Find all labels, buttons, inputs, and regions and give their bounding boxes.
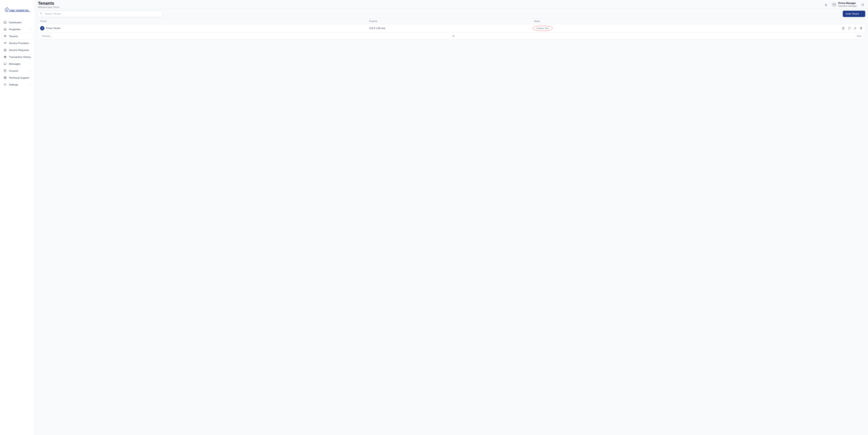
row-actions xyxy=(699,26,863,30)
tenants-icon xyxy=(3,34,7,38)
content: Invite Tenant Tenant Property Status Pri… xyxy=(35,9,868,41)
svg-rect-0 xyxy=(6,10,7,12)
refresh-icon xyxy=(848,27,851,30)
svg-marker-10 xyxy=(4,49,6,50)
sidebar-item-technical-support[interactable]: Technical Support xyxy=(2,74,33,81)
col-tenant-header: Tenant xyxy=(40,20,369,22)
invite-tenant-label: Invite Tenant xyxy=(845,12,859,15)
top-actions: PM Prince Manager Operation Manager xyxy=(823,2,865,7)
next-button[interactable]: Next xyxy=(855,34,864,38)
svg-rect-19 xyxy=(4,69,6,72)
chevron-right-icon xyxy=(860,12,863,15)
tenants-table: Tenant Property Status Prince Tenant 315… xyxy=(38,18,865,39)
pencil-icon xyxy=(854,27,857,30)
sidebar-item-dashboard[interactable]: Dashboard xyxy=(2,19,33,26)
property-cell: 315 E 12th Ave xyxy=(369,27,534,30)
support-icon xyxy=(3,76,7,80)
sidebar-item-label: Technical Support xyxy=(9,76,32,79)
user-role: Operation Manager xyxy=(838,5,857,7)
layers-icon xyxy=(3,48,7,52)
sidebar-item-label: Transaction History xyxy=(9,56,32,58)
chevron-down-icon xyxy=(29,83,32,86)
status-badge: Invitation Sent xyxy=(534,27,551,30)
table-row: Prince Tenant 315 E 12th Ave Invitation … xyxy=(38,24,865,33)
user-text: Prince Manager Operation Manager xyxy=(838,2,857,7)
search-input[interactable] xyxy=(38,11,162,17)
table-footer: Previous 1/1 Next xyxy=(38,33,865,39)
sidebar-item-label: Settings xyxy=(9,83,27,86)
table-header: Tenant Property Status xyxy=(38,18,865,24)
topbar: Tenants Welcome back, Prince PM Prince M… xyxy=(35,0,868,9)
title-area: Tenants Welcome back, Prince xyxy=(38,1,823,8)
user-name: Prince Manager xyxy=(838,2,857,5)
previous-button[interactable]: Previous xyxy=(40,34,53,38)
gear-icon xyxy=(3,83,7,86)
bank-icon xyxy=(3,55,7,59)
svg-text:OME TRUMPETER: OME TRUMPETER xyxy=(10,9,29,12)
svg-line-32 xyxy=(42,14,42,14)
page-subtitle: Welcome back, Prince xyxy=(38,6,823,8)
main: Tenants Welcome back, Prince PM Prince M… xyxy=(35,0,868,435)
svg-rect-7 xyxy=(5,29,5,30)
tenant-name: Prince Tenant xyxy=(46,27,60,30)
sidebar-item-settings[interactable]: Settings xyxy=(2,81,33,88)
toolbar: Invite Tenant xyxy=(38,11,865,17)
trash-icon xyxy=(860,27,863,30)
sidebar-item-label: Account xyxy=(9,69,27,72)
svg-point-33 xyxy=(42,27,43,28)
chevron-down-icon xyxy=(29,62,32,65)
tenant-cell[interactable]: Prince Tenant xyxy=(40,26,369,30)
avatar: PM xyxy=(832,2,837,7)
message-icon xyxy=(3,62,7,65)
sidebar-item-tenants[interactable]: Tenants xyxy=(2,33,33,39)
sidebar-item-account[interactable]: Account xyxy=(2,67,33,74)
sidebar-item-label: Properties xyxy=(9,28,27,31)
sidebar-item-transaction-history[interactable]: Transaction History xyxy=(2,54,33,60)
document-icon xyxy=(842,27,845,30)
status-cell: Invitation Sent xyxy=(534,27,699,30)
sidebar-item-label: Service Providers xyxy=(9,42,32,45)
sidebar: OME TRUMPETER Dashboard Properties Tena xyxy=(0,0,35,435)
sidebar-item-label: Service Requests xyxy=(9,49,32,52)
edit-button[interactable] xyxy=(853,26,857,30)
svg-point-9 xyxy=(5,35,6,36)
status-badge-wrap: Invitation Sent xyxy=(534,27,551,30)
chevron-down-icon xyxy=(29,69,32,72)
notifications-button[interactable] xyxy=(823,2,829,7)
sidebar-item-service-requests[interactable]: Service Requests xyxy=(2,47,33,53)
nav: Dashboard Properties Tenants Service Pro… xyxy=(0,18,35,89)
tenant-avatar xyxy=(40,26,44,30)
logout-icon xyxy=(861,3,864,6)
person-icon xyxy=(41,27,43,30)
logo: OME TRUMPETER xyxy=(0,0,35,18)
sidebar-item-label: Tenants xyxy=(9,35,32,38)
col-status-header: Status xyxy=(534,20,699,22)
col-actions-header xyxy=(699,20,863,22)
user-menu[interactable]: PM Prince Manager Operation Manager xyxy=(832,2,857,7)
svg-point-29 xyxy=(5,84,5,85)
view-details-button[interactable] xyxy=(841,26,845,30)
sidebar-item-label: Messages xyxy=(9,62,27,65)
tools-icon xyxy=(3,41,7,45)
delete-button[interactable] xyxy=(859,26,863,30)
search-icon xyxy=(40,12,43,16)
search-wrap xyxy=(38,11,162,17)
account-icon xyxy=(3,69,7,72)
page-title: Tenants xyxy=(38,1,823,6)
svg-rect-18 xyxy=(4,63,6,64)
logo-icon: OME TRUMPETER xyxy=(4,5,31,12)
resend-button[interactable] xyxy=(847,26,851,30)
sidebar-item-label: Dashboard xyxy=(9,21,32,24)
sidebar-item-messages[interactable]: Messages xyxy=(2,60,33,67)
invite-tenant-button[interactable]: Invite Tenant xyxy=(843,11,865,17)
sidebar-item-properties[interactable]: Properties xyxy=(2,26,33,33)
svg-point-8 xyxy=(4,35,5,36)
sidebar-item-service-providers[interactable]: Service Providers xyxy=(2,40,33,47)
bell-icon xyxy=(825,3,828,6)
home-icon xyxy=(3,27,7,31)
page-indicator: 1/1 xyxy=(53,35,855,37)
dashboard-icon xyxy=(3,21,7,24)
logout-button[interactable] xyxy=(860,2,865,7)
col-property-header: Property xyxy=(369,20,534,22)
svg-point-24 xyxy=(5,77,6,78)
